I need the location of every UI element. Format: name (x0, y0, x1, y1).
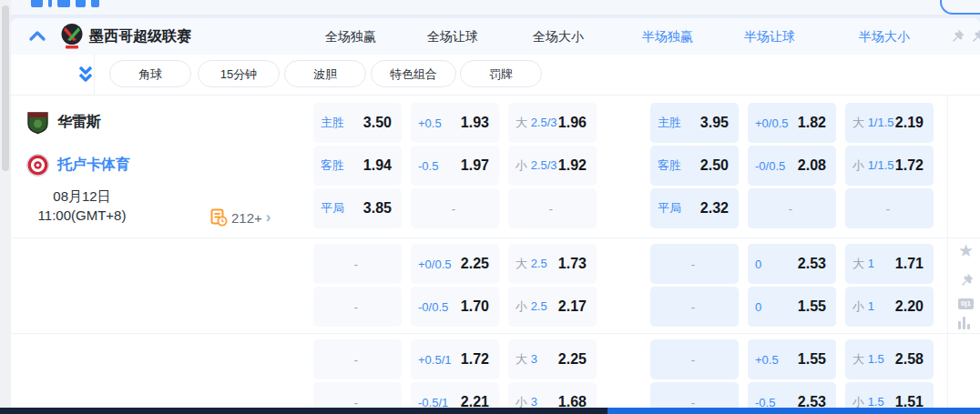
odds-cell[interactable]: 小 31.68 (508, 382, 597, 408)
favorite-star-icon[interactable]: ★ (958, 242, 976, 260)
odds-cell[interactable]: - (313, 382, 402, 408)
odds-value: 1.93 (461, 115, 489, 131)
market-tab-corners[interactable]: 角球 (109, 60, 191, 87)
odds-cell[interactable]: -0.5/12.21 (411, 382, 499, 408)
odds-cell[interactable]: 02.53 (748, 244, 836, 284)
odds-cell[interactable]: 平局3.85 (313, 188, 402, 228)
odds-value: 1.68 (558, 394, 587, 408)
odds-cell[interactable]: -0/0.52.08 (748, 146, 836, 186)
page-scrollbar-track (0, 0, 11, 414)
away-team-crest-icon (26, 153, 50, 177)
odds-cell[interactable]: 01.55 (748, 287, 836, 327)
empty-odds-dash: - (354, 300, 358, 314)
odds-cell[interactable]: 客胜2.50 (650, 146, 739, 186)
home-team-crest-icon (26, 110, 50, 135)
odds-value: 2.50 (700, 157, 729, 174)
page-scrollbar-thumb[interactable] (2, 5, 9, 171)
odds-value: 1.73 (558, 256, 587, 272)
odds-cell[interactable]: +0/0.51.82 (748, 103, 836, 143)
odds-label: 客胜 (321, 157, 344, 174)
odds-value: 2.20 (895, 298, 924, 315)
match-date: 08月12日 (24, 187, 140, 206)
odds-value: 1.96 (558, 115, 587, 131)
odds-row: --0/0.51.70小 2.52.17-01.55小 12.20 (302, 287, 931, 327)
empty-odds-dash: - (691, 353, 695, 367)
pin-icon[interactable] (969, 28, 980, 45)
odds-cell[interactable]: 大 1.52.58 (845, 339, 934, 379)
odds-cell[interactable]: - (313, 244, 402, 284)
odds-cell[interactable]: - (845, 188, 934, 228)
collapse-chevron-up-icon[interactable] (27, 27, 47, 45)
empty-odds-dash: - (549, 202, 553, 216)
league-card: 墨西哥超级联赛 全场独赢 全场让球 全场大小 半场独赢 半场让球 半场大小 角球… (11, 18, 980, 408)
odds-cell[interactable]: 主胜3.95 (650, 103, 739, 143)
odds-cell[interactable]: - (650, 287, 739, 327)
chevron-right-icon: › (266, 208, 271, 227)
stats-bar-chart-icon[interactable] (958, 317, 976, 329)
empty-odds-dash: - (691, 257, 695, 271)
home-team-name: 华雷斯 (57, 113, 101, 132)
odds-value: 2.25 (461, 256, 489, 272)
odds-cell[interactable]: 小 1.51.51 (845, 382, 934, 408)
odds-value: 1.82 (798, 115, 826, 131)
odds-value: 1.72 (461, 351, 489, 368)
odds-cell[interactable]: 大 11.71 (845, 244, 934, 284)
odds-cell[interactable]: 小 1/1.51.72 (845, 146, 934, 186)
empty-odds-dash: - (691, 396, 695, 409)
odds-cell[interactable]: -0.52.53 (748, 382, 836, 408)
odds-cell[interactable]: 大 2.51.73 (508, 244, 597, 284)
odds-cell[interactable]: - (508, 188, 597, 228)
odds-grid: 主胜3.50+0.51.93大 2.5/31.96主胜3.95+0/0.51.8… (302, 18, 931, 408)
odds-cell[interactable]: - (313, 339, 402, 379)
odds-label: 0 (755, 300, 761, 314)
odds-cell[interactable]: -0/0.51.70 (411, 287, 499, 327)
odds-cell[interactable]: - (411, 188, 499, 228)
odds-cell[interactable]: 主胜3.50 (313, 103, 402, 143)
markets-count-icon (209, 208, 228, 227)
odds-label: 大 1.5 (852, 351, 884, 368)
odds-label: -0.5/1 (418, 396, 448, 409)
odds-cell[interactable]: 大 2.5/31.96 (508, 103, 597, 143)
empty-odds-dash: - (452, 202, 455, 216)
liga-mx-logo-icon (58, 23, 86, 50)
odds-cell[interactable]: +0.5/11.72 (411, 339, 499, 379)
pin-icon[interactable] (949, 28, 965, 45)
odds-cell[interactable]: 小 2.52.17 (508, 287, 597, 327)
home-team-row[interactable]: 华雷斯 (26, 108, 101, 136)
odds-cell[interactable]: +0.51.93 (411, 103, 499, 143)
odds-cell[interactable]: +0/0.52.25 (411, 244, 499, 284)
odds-label: 小 1 (852, 298, 874, 315)
pin-icon[interactable] (958, 272, 976, 290)
odds-cell[interactable]: 小 2.5/31.92 (508, 146, 597, 186)
odds-cell[interactable]: - (313, 287, 402, 327)
odds-cell[interactable]: 大 1/1.52.19 (845, 103, 934, 143)
bottom-scrollbar-thumb[interactable] (607, 408, 980, 414)
odds-cell[interactable]: - (650, 339, 739, 379)
away-team-row[interactable]: 托卢卡体育 (26, 151, 130, 178)
market-tab-15min[interactable]: 15分钟 (198, 60, 280, 87)
odds-row: -+0/0.52.25大 2.51.73-02.53大 11.71 (302, 244, 931, 284)
odds-cell[interactable]: 客胜1.94 (313, 146, 402, 186)
match-kickoff-time: 11:00(GMT+8) (24, 206, 140, 225)
odds-cell[interactable]: 大 32.25 (508, 339, 597, 379)
odds-cell[interactable]: - (650, 244, 739, 284)
odds-cell[interactable]: -0.51.97 (411, 146, 499, 186)
odds-cell[interactable]: 小 12.20 (845, 287, 934, 327)
odds-value: 1.70 (461, 298, 489, 315)
clipped-pill-button[interactable] (940, 0, 980, 15)
odds-label: -0.5 (755, 396, 775, 409)
odds-cell[interactable]: 平局2.32 (650, 188, 739, 228)
odds-label: 主胜 (321, 115, 344, 131)
odds-cell[interactable]: +0.51.55 (748, 339, 836, 379)
odds-format-badge-icon[interactable]: 0|1 (958, 298, 974, 309)
odds-value: 2.19 (895, 115, 924, 131)
odds-row: 主胜3.50+0.51.93大 2.5/31.96主胜3.95+0/0.51.8… (302, 103, 931, 143)
empty-odds-dash: - (354, 257, 358, 271)
odds-label: +0.5/1 (418, 353, 452, 367)
odds-row: 客胜1.94-0.51.97小 2.5/31.92客胜2.50-0/0.52.0… (302, 146, 931, 186)
match-datetime: 08月12日 11:00(GMT+8) (24, 187, 140, 225)
odds-cell[interactable]: - (650, 382, 739, 408)
more-markets-link[interactable]: 212+ › (209, 207, 271, 228)
odds-cell[interactable]: - (748, 188, 836, 228)
odds-value: 2.32 (700, 200, 729, 217)
